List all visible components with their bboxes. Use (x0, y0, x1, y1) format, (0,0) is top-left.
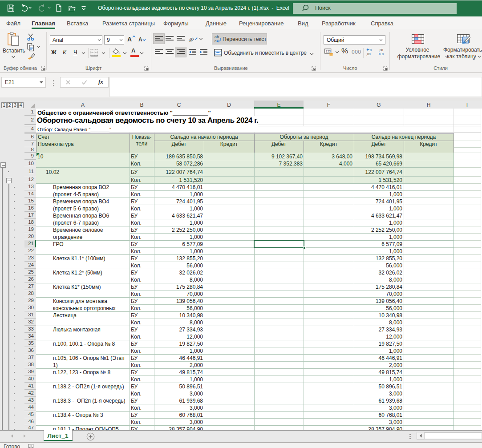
svg-text:,00: ,00 (366, 52, 371, 56)
svg-text:c: c (215, 39, 217, 43)
svg-text:0: 0 (370, 48, 372, 52)
svg-text:0: 0 (382, 52, 384, 56)
svg-text:,00: ,00 (379, 48, 383, 52)
svg-text:ab: ab (189, 36, 195, 43)
svg-text:123: 123 (326, 50, 331, 53)
